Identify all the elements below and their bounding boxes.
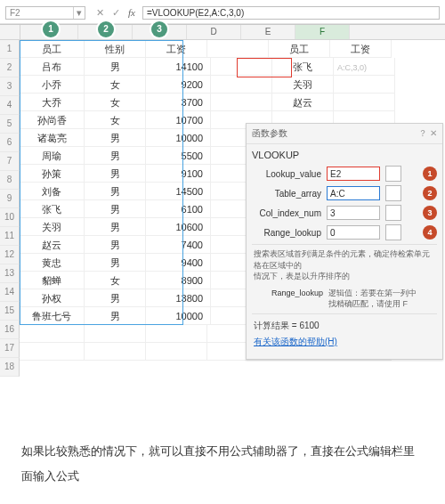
cell[interactable]: 14100 — [146, 58, 211, 76]
cell[interactable]: 10600 — [146, 218, 211, 236]
row-header[interactable]: 2 — [0, 59, 20, 77]
cell[interactable]: 貂蝉 — [20, 272, 85, 289]
cell[interactable]: 男 — [85, 58, 146, 76]
cell[interactable] — [85, 343, 146, 361]
cell[interactable]: 女 — [85, 76, 146, 93]
formula-bar[interactable]: =VLOOKUP(E2,A:C,3,0) — [142, 6, 440, 20]
row-header[interactable]: 11 — [0, 227, 20, 246]
row-header[interactable]: 10 — [0, 208, 20, 227]
cell[interactable]: 刘备 — [20, 183, 85, 200]
cell[interactable]: 男 — [85, 307, 146, 325]
cell[interactable]: 女 — [85, 272, 146, 289]
cell[interactable]: 性别 — [85, 40, 146, 58]
cell[interactable]: 周瑜 — [20, 147, 85, 165]
cell[interactable] — [85, 325, 146, 343]
close-icon[interactable]: ？ ✕ — [418, 127, 437, 140]
cell[interactable]: 吕布 — [20, 58, 85, 76]
range-picker-icon[interactable] — [385, 224, 401, 240]
cell[interactable]: 7400 — [146, 236, 211, 254]
row-header[interactable]: 16 — [0, 321, 20, 339]
cell[interactable]: 员工 — [269, 40, 330, 58]
confirm-icon[interactable]: ✓ — [109, 5, 123, 20]
cell[interactable]: 男 — [85, 254, 146, 272]
lookup-value-input[interactable]: E2 — [327, 167, 380, 181]
row-header[interactable]: 6 — [0, 134, 20, 152]
cell[interactable]: 8900 — [146, 272, 211, 289]
cell[interactable] — [146, 325, 207, 343]
col-header[interactable]: F — [295, 25, 350, 39]
cell[interactable]: 女 — [85, 111, 146, 129]
cell[interactable]: 张飞 — [20, 200, 85, 218]
cell[interactable]: 赵云 — [272, 93, 334, 111]
cell[interactable]: 关羽 — [272, 76, 334, 93]
function-arguments-dialog[interactable]: 函数参数 ？ ✕ VLOOKUP Lookup_value E2 1 Table… — [246, 123, 443, 360]
range-picker-icon[interactable] — [385, 185, 401, 201]
cell[interactable]: 10000 — [146, 307, 211, 325]
row-header[interactable]: 13 — [0, 264, 20, 283]
table-array-input[interactable]: A:C — [327, 186, 380, 200]
cell[interactable]: 黄忠 — [20, 254, 85, 272]
cell[interactable]: 10700 — [146, 111, 211, 129]
cell[interactable] — [20, 325, 85, 343]
cell[interactable]: 工资 — [330, 40, 392, 58]
range-lookup-input[interactable]: 0 — [327, 225, 380, 240]
cell[interactable] — [334, 76, 395, 93]
col-header[interactable]: E — [241, 25, 295, 39]
cell[interactable]: 男 — [85, 165, 146, 183]
cell[interactable]: 男 — [85, 236, 146, 254]
row-header[interactable]: 9 — [0, 190, 20, 208]
cell[interactable]: 孙尚香 — [20, 111, 85, 129]
fx-icon[interactable]: fx — [125, 5, 139, 20]
row-header[interactable]: 17 — [0, 339, 20, 358]
cell[interactable]: 关羽 — [20, 218, 85, 236]
cell[interactable] — [211, 58, 272, 76]
cell[interactable] — [211, 76, 272, 93]
cancel-icon[interactable]: ✕ — [93, 5, 107, 20]
cell[interactable]: 5500 — [146, 147, 211, 165]
col-header[interactable]: D — [187, 25, 241, 39]
row-header[interactable]: 8 — [0, 171, 20, 190]
cell[interactable]: 大乔 — [20, 93, 85, 111]
cell[interactable]: 男 — [85, 183, 146, 200]
cell[interactable]: 9200 — [146, 76, 211, 93]
cell[interactable]: 9400 — [146, 254, 211, 272]
cell[interactable]: 男 — [85, 129, 146, 147]
row-header[interactable]: 18 — [0, 358, 20, 377]
row-header[interactable]: 3 — [0, 77, 20, 96]
select-all-corner[interactable] — [0, 25, 20, 39]
cell[interactable]: 14500 — [146, 183, 211, 200]
cell[interactable]: 3700 — [146, 93, 211, 111]
help-link[interactable]: 有关该函数的帮助(H) — [254, 337, 337, 346]
cell[interactable]: 诸葛亮 — [20, 129, 85, 147]
row-header[interactable]: 14 — [0, 283, 20, 302]
cell[interactable]: 女 — [85, 93, 146, 111]
cell[interactable]: 9100 — [146, 165, 211, 183]
cell[interactable] — [211, 93, 272, 111]
name-box[interactable]: F2 ▾ — [5, 6, 85, 20]
cell[interactable]: A:C,3,0) — [334, 58, 395, 76]
cell[interactable]: 10000 — [146, 129, 211, 147]
cell[interactable]: 6100 — [146, 200, 211, 218]
col-index-input[interactable]: 3 — [327, 206, 380, 220]
cell[interactable]: 男 — [85, 218, 146, 236]
row-header[interactable]: 15 — [0, 302, 20, 321]
cell[interactable]: 张飞 — [272, 58, 334, 76]
cell[interactable]: 鲁班七号 — [20, 307, 85, 325]
cell[interactable] — [20, 343, 85, 361]
cell[interactable] — [334, 93, 395, 111]
row-header[interactable]: 4 — [0, 96, 20, 115]
cell[interactable] — [146, 343, 207, 361]
cell[interactable]: 工资 — [146, 40, 207, 58]
row-header[interactable]: 1 — [0, 40, 20, 59]
name-box-dropdown-icon[interactable]: ▾ — [73, 7, 85, 19]
cell[interactable]: 男 — [85, 289, 146, 307]
row-header[interactable]: 12 — [0, 246, 20, 264]
cell[interactable]: 男 — [85, 200, 146, 218]
cell[interactable]: 员工 — [20, 40, 85, 58]
row-header[interactable]: 5 — [0, 115, 20, 134]
cell[interactable]: 孙权 — [20, 289, 85, 307]
cell[interactable]: 男 — [85, 147, 146, 165]
range-picker-icon[interactable] — [385, 205, 401, 221]
cell[interactable]: 孙策 — [20, 165, 85, 183]
cell[interactable]: 赵云 — [20, 236, 85, 254]
